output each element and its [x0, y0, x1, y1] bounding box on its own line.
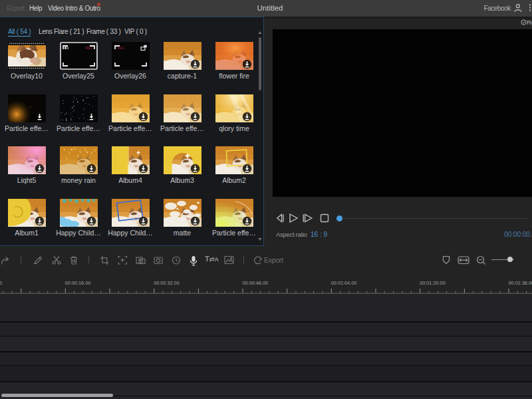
svg-text:00:00:32.00: 00:00:32.00: [154, 280, 180, 286]
svg-text:00:01:20.00: 00:01:20.00: [420, 280, 446, 286]
svg-text:00:01:04.00: 00:01:04.00: [331, 280, 357, 286]
svg-text:00:00:48.00: 00:00:48.00: [243, 280, 269, 286]
svg-text:00:00:00.00: 00:00:00.00: [0, 280, 2, 286]
svg-text:REC: REC: [85, 47, 92, 50]
svg-text:00:01:36.00: 00:01:36.00: [509, 280, 532, 286]
svg-text:REC: REC: [118, 47, 125, 50]
svg-text:00:00:16.00: 00:00:16.00: [65, 280, 91, 286]
